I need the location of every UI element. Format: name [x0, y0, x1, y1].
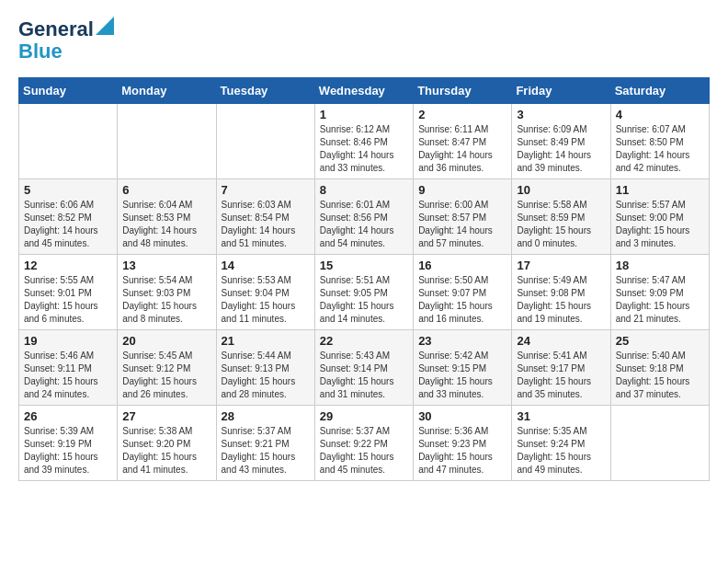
day-number: 15	[320, 259, 408, 272]
day-info: Sunrise: 5:36 AM Sunset: 9:23 PM Dayligh…	[418, 425, 506, 477]
calendar-cell: 30Sunrise: 5:36 AM Sunset: 9:23 PM Dayli…	[414, 406, 512, 481]
calendar-cell: 28Sunrise: 5:37 AM Sunset: 9:21 PM Dayli…	[216, 406, 314, 481]
calendar-cell: 7Sunrise: 6:03 AM Sunset: 8:54 PM Daylig…	[216, 179, 314, 255]
calendar-cell: 8Sunrise: 6:01 AM Sunset: 8:56 PM Daylig…	[314, 179, 413, 255]
logo-triangle-icon	[96, 17, 114, 35]
logo-text-line2: Blue	[18, 40, 63, 63]
weekday-header-saturday: Saturday	[610, 78, 709, 104]
day-number: 7	[222, 183, 310, 197]
calendar-cell: 20Sunrise: 5:45 AM Sunset: 9:12 PM Dayli…	[118, 330, 216, 406]
page-header: General Blue	[18, 18, 710, 63]
day-number: 12	[24, 259, 112, 272]
day-number: 1	[320, 108, 408, 121]
calendar-week-row: 5Sunrise: 6:06 AM Sunset: 8:52 PM Daylig…	[19, 179, 710, 255]
day-info: Sunrise: 5:49 AM Sunset: 9:08 PM Dayligh…	[517, 274, 605, 326]
calendar-table: SundayMondayTuesdayWednesdayThursdayFrid…	[18, 77, 710, 481]
calendar-cell: 24Sunrise: 5:41 AM Sunset: 9:17 PM Dayli…	[512, 330, 610, 406]
calendar-cell: 5Sunrise: 6:06 AM Sunset: 8:52 PM Daylig…	[19, 179, 118, 255]
day-number: 21	[222, 334, 310, 348]
calendar-cell	[118, 104, 216, 179]
calendar-week-row: 19Sunrise: 5:46 AM Sunset: 9:11 PM Dayli…	[19, 330, 710, 406]
calendar-cell: 18Sunrise: 5:47 AM Sunset: 9:09 PM Dayli…	[610, 255, 709, 330]
day-info: Sunrise: 5:51 AM Sunset: 9:05 PM Dayligh…	[320, 274, 408, 326]
calendar-cell: 15Sunrise: 5:51 AM Sunset: 9:05 PM Dayli…	[314, 255, 413, 330]
calendar-cell: 2Sunrise: 6:11 AM Sunset: 8:47 PM Daylig…	[414, 104, 512, 179]
calendar-week-row: 12Sunrise: 5:55 AM Sunset: 9:01 PM Dayli…	[19, 255, 710, 330]
calendar-cell: 25Sunrise: 5:40 AM Sunset: 9:18 PM Dayli…	[610, 330, 709, 406]
calendar-cell	[19, 104, 118, 179]
day-info: Sunrise: 6:01 AM Sunset: 8:56 PM Dayligh…	[320, 199, 408, 250]
day-number: 3	[517, 108, 605, 121]
day-number: 30	[418, 409, 506, 423]
day-info: Sunrise: 6:06 AM Sunset: 8:52 PM Dayligh…	[24, 199, 112, 250]
day-info: Sunrise: 5:39 AM Sunset: 9:19 PM Dayligh…	[24, 425, 112, 477]
day-number: 6	[122, 183, 210, 197]
day-number: 11	[616, 183, 704, 197]
calendar-cell: 1Sunrise: 6:12 AM Sunset: 8:46 PM Daylig…	[314, 104, 413, 179]
calendar-cell: 22Sunrise: 5:43 AM Sunset: 9:14 PM Dayli…	[314, 330, 413, 406]
weekday-header-tuesday: Tuesday	[216, 78, 314, 104]
calendar-header-row: SundayMondayTuesdayWednesdayThursdayFrid…	[19, 78, 710, 104]
day-number: 5	[24, 183, 112, 197]
day-number: 29	[320, 409, 408, 423]
day-info: Sunrise: 5:44 AM Sunset: 9:13 PM Dayligh…	[222, 350, 310, 401]
calendar-cell: 12Sunrise: 5:55 AM Sunset: 9:01 PM Dayli…	[19, 255, 118, 330]
calendar-cell	[610, 406, 709, 481]
day-number: 20	[122, 334, 210, 348]
logo-text-line1: General	[18, 18, 94, 40]
calendar-cell: 11Sunrise: 5:57 AM Sunset: 9:00 PM Dayli…	[610, 179, 709, 255]
weekday-header-wednesday: Wednesday	[314, 78, 413, 104]
calendar-cell: 10Sunrise: 5:58 AM Sunset: 8:59 PM Dayli…	[512, 179, 610, 255]
day-number: 9	[418, 183, 506, 197]
calendar-cell: 16Sunrise: 5:50 AM Sunset: 9:07 PM Dayli…	[414, 255, 512, 330]
calendar-cell: 19Sunrise: 5:46 AM Sunset: 9:11 PM Dayli…	[19, 330, 118, 406]
calendar-cell: 21Sunrise: 5:44 AM Sunset: 9:13 PM Dayli…	[216, 330, 314, 406]
day-info: Sunrise: 6:12 AM Sunset: 8:46 PM Dayligh…	[320, 123, 408, 175]
day-info: Sunrise: 6:09 AM Sunset: 8:49 PM Dayligh…	[517, 123, 605, 175]
day-number: 24	[517, 334, 605, 348]
calendar-cell: 14Sunrise: 5:53 AM Sunset: 9:04 PM Dayli…	[216, 255, 314, 330]
weekday-header-sunday: Sunday	[19, 78, 118, 104]
day-info: Sunrise: 5:45 AM Sunset: 9:12 PM Dayligh…	[122, 350, 210, 401]
day-number: 18	[616, 259, 704, 272]
day-number: 13	[122, 259, 210, 272]
day-info: Sunrise: 5:37 AM Sunset: 9:22 PM Dayligh…	[320, 425, 408, 477]
calendar-cell: 13Sunrise: 5:54 AM Sunset: 9:03 PM Dayli…	[118, 255, 216, 330]
calendar-cell	[216, 104, 314, 179]
day-info: Sunrise: 5:41 AM Sunset: 9:17 PM Dayligh…	[517, 350, 605, 401]
day-number: 22	[320, 334, 408, 348]
day-info: Sunrise: 5:57 AM Sunset: 9:00 PM Dayligh…	[616, 199, 704, 250]
day-number: 31	[517, 409, 605, 423]
calendar-week-row: 26Sunrise: 5:39 AM Sunset: 9:19 PM Dayli…	[19, 406, 710, 481]
day-info: Sunrise: 5:43 AM Sunset: 9:14 PM Dayligh…	[320, 350, 408, 401]
logo: General Blue	[18, 18, 114, 63]
day-number: 14	[222, 259, 310, 272]
day-number: 28	[222, 409, 310, 423]
day-number: 25	[616, 334, 704, 348]
day-number: 2	[418, 108, 506, 121]
day-info: Sunrise: 5:38 AM Sunset: 9:20 PM Dayligh…	[122, 425, 210, 477]
day-number: 27	[122, 409, 210, 423]
weekday-header-friday: Friday	[512, 78, 610, 104]
day-info: Sunrise: 5:54 AM Sunset: 9:03 PM Dayligh…	[122, 274, 210, 326]
day-info: Sunrise: 5:58 AM Sunset: 8:59 PM Dayligh…	[517, 199, 605, 250]
svg-marker-0	[96, 17, 114, 35]
calendar-cell: 31Sunrise: 5:35 AM Sunset: 9:24 PM Dayli…	[512, 406, 610, 481]
calendar-cell: 6Sunrise: 6:04 AM Sunset: 8:53 PM Daylig…	[118, 179, 216, 255]
day-info: Sunrise: 6:00 AM Sunset: 8:57 PM Dayligh…	[418, 199, 506, 250]
day-number: 17	[517, 259, 605, 272]
day-info: Sunrise: 6:11 AM Sunset: 8:47 PM Dayligh…	[418, 123, 506, 175]
day-info: Sunrise: 5:46 AM Sunset: 9:11 PM Dayligh…	[24, 350, 112, 401]
day-info: Sunrise: 6:07 AM Sunset: 8:50 PM Dayligh…	[616, 123, 704, 175]
day-info: Sunrise: 5:55 AM Sunset: 9:01 PM Dayligh…	[24, 274, 112, 326]
day-info: Sunrise: 5:47 AM Sunset: 9:09 PM Dayligh…	[616, 274, 704, 326]
day-info: Sunrise: 5:42 AM Sunset: 9:15 PM Dayligh…	[418, 350, 506, 401]
calendar-cell: 17Sunrise: 5:49 AM Sunset: 9:08 PM Dayli…	[512, 255, 610, 330]
day-info: Sunrise: 5:35 AM Sunset: 9:24 PM Dayligh…	[517, 425, 605, 477]
calendar-cell: 29Sunrise: 5:37 AM Sunset: 9:22 PM Dayli…	[314, 406, 413, 481]
day-number: 19	[24, 334, 112, 348]
day-info: Sunrise: 5:50 AM Sunset: 9:07 PM Dayligh…	[418, 274, 506, 326]
day-number: 23	[418, 334, 506, 348]
day-number: 4	[616, 108, 704, 121]
day-info: Sunrise: 5:40 AM Sunset: 9:18 PM Dayligh…	[616, 350, 704, 401]
